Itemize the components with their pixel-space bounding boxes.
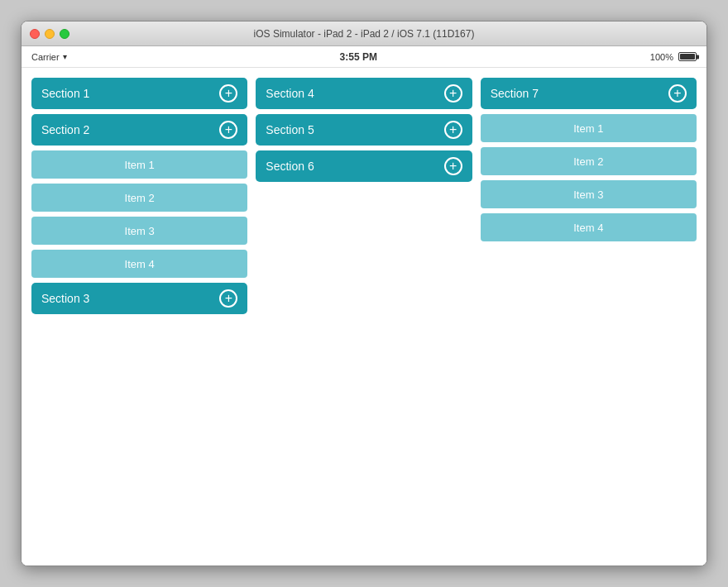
list-item[interactable]: Item 3 <box>481 180 697 208</box>
section-4-add-button[interactable]: + <box>444 84 462 103</box>
item-label: Item 1 <box>125 159 155 171</box>
section-header-4[interactable]: Section 4 + <box>256 78 472 109</box>
battery-icon <box>678 52 697 61</box>
section-header-6[interactable]: Section 6 + <box>256 150 472 182</box>
section-header-1[interactable]: Section 1 + <box>31 78 247 109</box>
window-controls <box>30 29 69 39</box>
section-4-label: Section 4 <box>266 87 314 100</box>
section-6-label: Section 6 <box>266 160 314 173</box>
battery-pct-label: 100% <box>650 52 673 62</box>
title-bar: iOS Simulator - iPad 2 - iPad 2 / iOS 7.… <box>22 21 706 46</box>
item-label: Item 2 <box>125 192 155 204</box>
section-3-add-button[interactable]: + <box>219 289 237 308</box>
ios-content: Section 1 + Section 2 + Item 1 Item 2 It… <box>22 68 706 566</box>
status-time: 3:55 PM <box>340 51 377 63</box>
column-2: Section 4 + Section 5 + Section 6 + <box>256 78 472 182</box>
status-right: 100% <box>650 52 697 62</box>
section-2-add-button[interactable]: + <box>219 121 237 139</box>
item-label: Item 3 <box>125 225 155 237</box>
section-2-label: Section 2 <box>41 123 89 136</box>
section-header-5[interactable]: Section 5 + <box>256 114 472 146</box>
item-label: Item 4 <box>125 258 155 270</box>
window-title: iOS Simulator - iPad 2 - iPad 2 / iOS 7.… <box>254 28 475 40</box>
column-1: Section 1 + Section 2 + Item 1 Item 2 It… <box>31 78 247 314</box>
list-item[interactable]: Item 2 <box>481 147 697 175</box>
item-label: Item 2 <box>573 155 603 168</box>
list-item[interactable]: Item 2 <box>31 184 247 212</box>
battery-fill <box>680 54 695 60</box>
section-header-7[interactable]: Section 7 + <box>481 78 697 109</box>
close-button[interactable] <box>30 29 40 39</box>
item-label: Item 1 <box>573 122 603 135</box>
status-bar: Carrier ▾ 3:55 PM 100% <box>22 46 706 68</box>
wifi-icon: ▾ <box>63 52 67 61</box>
status-left: Carrier ▾ <box>31 52 67 62</box>
section-header-3[interactable]: Section 3 + <box>31 283 247 314</box>
carrier-label: Carrier <box>31 52 60 62</box>
minimize-button[interactable] <box>45 29 55 39</box>
list-item[interactable]: Item 4 <box>31 250 247 278</box>
list-item[interactable]: Item 1 <box>481 114 697 142</box>
maximize-button[interactable] <box>60 29 69 39</box>
section-6-add-button[interactable]: + <box>444 157 462 175</box>
list-item[interactable]: Item 1 <box>31 150 247 179</box>
section-3-label: Section 3 <box>41 292 89 305</box>
list-item[interactable]: Item 4 <box>481 213 697 241</box>
section-5-add-button[interactable]: + <box>444 121 462 139</box>
section-header-2[interactable]: Section 2 + <box>31 114 247 146</box>
list-item[interactable]: Item 3 <box>31 217 247 245</box>
column-3: Section 7 + Item 1 Item 2 Item 3 Item 4 <box>481 78 697 241</box>
item-label: Item 3 <box>573 189 603 201</box>
section-7-add-button[interactable]: + <box>668 84 687 103</box>
section-1-label: Section 1 <box>41 87 89 100</box>
simulator-window: iOS Simulator - iPad 2 - iPad 2 / iOS 7.… <box>21 21 707 566</box>
item-label: Item 4 <box>573 222 603 234</box>
section-1-add-button[interactable]: + <box>219 84 237 103</box>
section-7-label: Section 7 <box>491 87 539 100</box>
section-5-label: Section 5 <box>266 123 314 136</box>
